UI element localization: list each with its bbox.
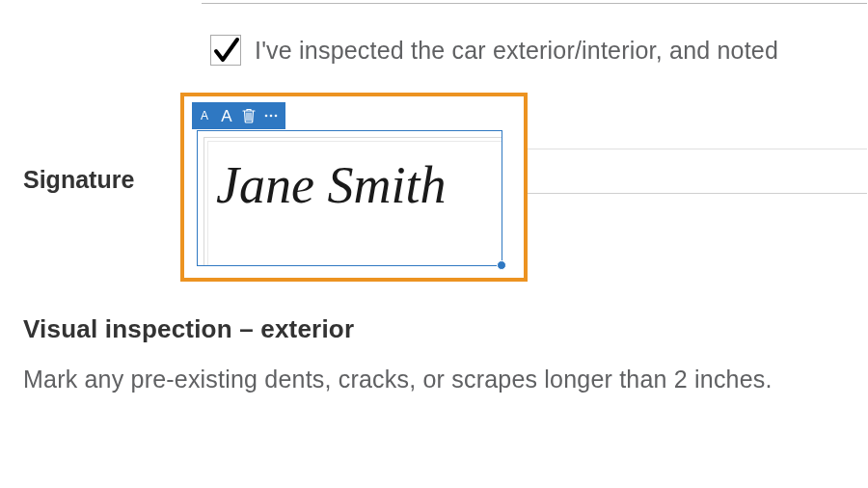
divider-line-top (202, 3, 867, 4)
svg-point-1 (270, 115, 273, 118)
inspection-confirm-row: I've inspected the car exterior/interior… (210, 35, 868, 66)
section-heading: Visual inspection – exterior (23, 314, 354, 344)
signature-selection-box[interactable]: Jane Smith (197, 130, 502, 266)
inspection-confirm-label: I've inspected the car exterior/interior… (255, 37, 778, 65)
signature-value: Jane Smith (216, 157, 498, 214)
inspection-confirm-checkbox[interactable] (210, 35, 241, 66)
signature-field-label: Signature (23, 166, 134, 194)
trash-icon (242, 108, 256, 123)
svg-point-0 (265, 115, 268, 118)
svg-point-2 (275, 115, 278, 118)
checkmark-icon (213, 36, 240, 65)
more-horizontal-icon (264, 114, 278, 118)
signature-element-highlight: A A Jane Smith (180, 93, 528, 282)
font-decrease-button[interactable]: A (198, 102, 211, 129)
resize-handle[interactable] (497, 260, 506, 270)
more-button[interactable] (264, 102, 278, 129)
section-body-text: Mark any pre-existing dents, cracks, or … (23, 366, 773, 393)
signature-text-field[interactable]: Jane Smith (203, 137, 502, 265)
delete-button[interactable] (242, 102, 256, 129)
font-increase-button[interactable]: A (220, 102, 233, 129)
signature-toolbar: A A (192, 102, 285, 129)
